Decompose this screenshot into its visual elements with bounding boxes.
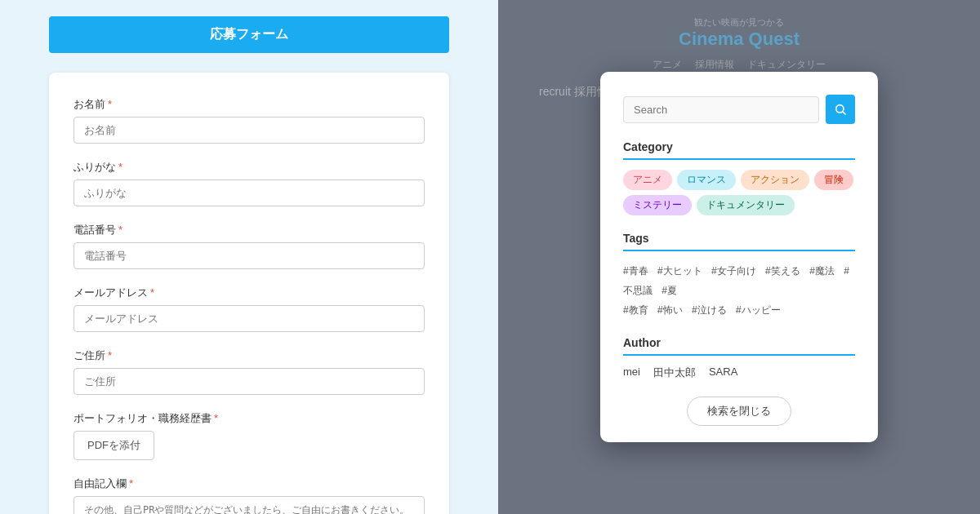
author-divider	[623, 354, 855, 356]
name-label: お名前*	[74, 97, 425, 112]
tags-section: Tags #青春 #大ヒット #女子向け #笑える #魔法 #不思議 #夏 #教…	[623, 232, 855, 320]
bg-nav: アニメ 採用情報 ドキュメンタリー	[514, 58, 964, 72]
bg-nav-item: ドキュメンタリー	[747, 58, 826, 72]
category-tag-action[interactable]: アクション	[741, 170, 809, 190]
category-tag-romance[interactable]: ロマンス	[677, 170, 736, 190]
right-panel: 観たい映画が見つかる Cinema Quest アニメ 採用情報 ドキュメンタリ…	[498, 0, 980, 514]
portfolio-group: ポートフォリオ・職務経歴書* PDFを添付	[74, 411, 425, 460]
author-section: Author mei 田中太郎 SARA	[623, 336, 855, 380]
bg-logo-subtitle: 観たい映画が見つかる	[514, 16, 964, 29]
hashtag-kowai[interactable]: #怖い	[657, 304, 683, 316]
search-button[interactable]	[826, 95, 855, 124]
hashtag-joshi[interactable]: #女子向け	[711, 265, 756, 277]
bg-nav-item: アニメ	[653, 58, 682, 72]
freetext-label: 自由記入欄*	[74, 476, 425, 491]
left-panel: 応募フォーム お名前* ふりがな* 電話番号* メールアドレス*	[0, 0, 498, 514]
author-list: mei 田中太郎 SARA	[623, 366, 855, 380]
portfolio-label: ポートフォリオ・職務経歴書*	[74, 411, 425, 426]
bg-logo-area: 観たい映画が見つかる Cinema Quest	[514, 16, 964, 50]
author-tanaka[interactable]: 田中太郎	[653, 366, 696, 380]
furigana-input[interactable]	[74, 179, 425, 206]
category-tag-documentary[interactable]: ドキュメンタリー	[697, 195, 795, 215]
hashtag-natsu[interactable]: #夏	[662, 285, 677, 296]
phone-input[interactable]	[74, 242, 425, 269]
close-search-button[interactable]: 検索を閉じる	[687, 397, 791, 426]
bg-nav-item: 採用情報	[695, 58, 734, 72]
hashtag-nakeru[interactable]: #泣ける	[692, 304, 727, 316]
category-tag-mystery[interactable]: ミステリー	[623, 195, 692, 215]
hashtag-happy[interactable]: #ハッピー	[736, 304, 781, 316]
phone-label: 電話番号*	[74, 223, 425, 237]
freetext-group: 自由記入欄*	[74, 476, 425, 514]
author-title: Author	[623, 336, 855, 349]
email-label: メールアドレス*	[74, 286, 425, 300]
address-group: ご住所*	[74, 348, 425, 395]
email-input[interactable]	[74, 305, 425, 332]
author-sara[interactable]: SARA	[709, 366, 737, 380]
furigana-group: ふりがな*	[74, 160, 425, 206]
portfolio-upload-button[interactable]: PDFを添付	[74, 431, 154, 460]
email-group: メールアドレス*	[74, 286, 425, 332]
category-tags: アニメ ロマンス アクション 冒険 ミステリー ドキュメンタリー	[623, 170, 855, 215]
category-title: Category	[623, 140, 855, 153]
hashtag-kyoiku[interactable]: #教育	[623, 304, 648, 316]
search-icon	[834, 103, 847, 116]
category-divider	[623, 158, 855, 160]
phone-group: 電話番号*	[74, 223, 425, 269]
category-tag-adventure[interactable]: 冒険	[814, 170, 853, 190]
hashtag-list: #青春 #大ヒット #女子向け #笑える #魔法 #不思議 #夏 #教育 #怖い…	[623, 261, 855, 320]
hashtag-daihtto[interactable]: #大ヒット	[657, 265, 702, 277]
name-group: お名前*	[74, 97, 425, 144]
category-tag-anime[interactable]: アニメ	[623, 170, 672, 190]
author-mei[interactable]: mei	[623, 366, 640, 380]
search-input[interactable]	[623, 96, 819, 123]
tags-title: Tags	[623, 232, 855, 245]
search-modal: Category アニメ ロマンス アクション 冒険 ミステリー ドキュメンタリ…	[600, 72, 878, 442]
form-card: お名前* ふりがな* 電話番号* メールアドレス*	[49, 73, 449, 514]
freetext-textarea[interactable]	[74, 496, 425, 514]
address-input[interactable]	[74, 368, 425, 395]
name-input[interactable]	[74, 117, 425, 144]
hashtag-seishun[interactable]: #青春	[623, 265, 648, 277]
furigana-label: ふりがな*	[74, 160, 425, 175]
form-header: 応募フォーム	[49, 16, 449, 53]
svg-line-1	[843, 112, 845, 114]
bg-logo-title: Cinema Quest	[514, 29, 964, 50]
search-row	[623, 95, 855, 124]
tags-divider	[623, 250, 855, 251]
hashtag-waraeru[interactable]: #笑える	[765, 265, 800, 277]
hashtag-mahou[interactable]: #魔法	[809, 265, 835, 277]
address-label: ご住所*	[74, 348, 425, 363]
